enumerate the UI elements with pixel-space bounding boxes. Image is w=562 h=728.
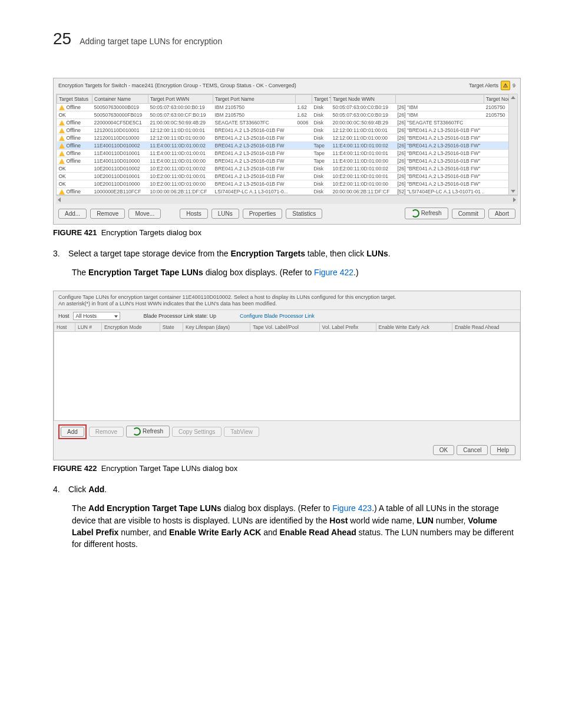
alert-icon[interactable]: ⚠ xyxy=(501,81,510,90)
table-header[interactable]: Target Port WWN xyxy=(148,95,213,104)
page-number: 25 xyxy=(53,29,71,48)
table-row[interactable]: OK500507630000FB01950:05:07:63:00:CF:B0:… xyxy=(57,111,518,119)
table-header[interactable]: Enable Write Early Ack xyxy=(376,322,452,331)
commit-button[interactable]: Commit xyxy=(452,209,485,219)
properties-button[interactable]: Properties xyxy=(243,209,283,219)
figure-422-panel: Configure Tape LUNs for encryption targe… xyxy=(53,291,521,460)
encryption-targets-table[interactable]: Target StatusContainer NameTarget Port W… xyxy=(57,94,518,195)
figure-422-link[interactable]: Figure 422 xyxy=(314,268,353,277)
add-button[interactable]: Add... xyxy=(58,209,87,219)
figure-421-caption: FIGURE 421 Encryption Targets dialog box xyxy=(53,228,521,237)
step-3: 3. Select a target tape storage device f… xyxy=(53,248,521,259)
configure-bp-link[interactable]: Configure Blade Processor Link xyxy=(240,313,315,319)
warning-icon xyxy=(59,159,65,164)
luns-remove-button[interactable]: Remove xyxy=(89,427,124,437)
table-header[interactable]: Container Name xyxy=(92,95,148,104)
abort-button[interactable]: Abort xyxy=(488,209,515,219)
refresh-icon xyxy=(133,427,141,436)
warning-icon xyxy=(59,128,65,133)
table-header[interactable] xyxy=(396,95,484,104)
warning-icon xyxy=(59,151,65,156)
luns-button[interactable]: LUNs xyxy=(211,209,239,219)
host-selector[interactable]: Host All Hosts xyxy=(58,312,120,320)
horizontal-scrollbar[interactable] xyxy=(56,195,518,204)
table-header[interactable]: Key Lifespan (days) xyxy=(183,322,250,331)
host-dropdown[interactable]: All Hosts xyxy=(73,312,120,320)
move-button[interactable]: Move... xyxy=(128,209,161,219)
figure-421-panel: Encryption Targets for Switch - mace241 … xyxy=(53,78,521,225)
table-header[interactable] xyxy=(296,95,312,104)
step-4: 4. Click Add. xyxy=(53,483,521,495)
blade-processor-state: Blade Processor Link state: Up xyxy=(144,313,217,319)
table-header[interactable]: Encryption Mode xyxy=(101,322,160,331)
warning-icon xyxy=(59,136,65,141)
table-row[interactable]: Offline500507630000B01950:05:07:63:00:00… xyxy=(57,104,518,111)
refresh-button[interactable]: Refresh xyxy=(405,207,448,219)
luns-tabview-button[interactable]: TabView xyxy=(224,427,259,437)
luns-table[interactable]: HostLUN #Encryption ModeStateKey Lifespa… xyxy=(54,322,520,332)
alert-count: 9 xyxy=(513,83,515,88)
table-row[interactable]: Offline121200110D01000012:12:00:11:0D:01… xyxy=(57,134,518,142)
figure-422-description: Configure Tape LUNs for encryption targe… xyxy=(54,291,520,309)
ok-button[interactable]: OK xyxy=(433,445,454,455)
encryption-targets-table-wrap: Target StatusContainer NameTarget Port W… xyxy=(56,94,518,195)
table-header[interactable]: LUN # xyxy=(75,322,101,331)
vertical-scrollbar[interactable] xyxy=(508,94,517,195)
figure-422-caption: FIGURE 422 Encryption Target Tape LUNs d… xyxy=(53,464,521,473)
table-row[interactable]: OK10E200110D01000210:E2:00:11:0D:01:00:0… xyxy=(57,165,518,173)
remove-button[interactable]: Remove xyxy=(90,209,125,219)
table-row[interactable]: Offline121200110D01000112:12:00:11:0D:01… xyxy=(57,127,518,134)
table-row[interactable]: Offline11E400110D01000011:E4:00:11:0D:01… xyxy=(57,157,518,165)
help-button[interactable]: Help xyxy=(490,445,515,455)
figure-421-header: Encryption Targets for Switch - mace241 … xyxy=(58,83,296,88)
table-row[interactable]: Offline22000004CF5DE5C121:00:00:0C:50:69… xyxy=(57,119,518,127)
hosts-button[interactable]: Hosts xyxy=(180,209,208,219)
table-header[interactable]: Enable Read Ahead xyxy=(452,322,520,331)
page-header: 25 Adding target tape LUNs for encryptio… xyxy=(53,29,521,48)
table-header[interactable]: Target Port Name xyxy=(213,95,296,104)
cancel-button[interactable]: Cancel xyxy=(457,445,488,455)
figure-421-button-row: Add... Remove Move... Hosts LUNs Propert… xyxy=(54,204,520,224)
add-button-highlight: Add xyxy=(58,424,87,439)
step-4-paragraph: The Add Encryption Target Tape LUNs dial… xyxy=(72,502,521,550)
table-header[interactable]: State xyxy=(160,322,183,331)
target-alerts-label: Target Alerts xyxy=(469,83,498,88)
statistics-button[interactable]: Statistics xyxy=(286,209,322,219)
table-row[interactable]: Offline11E400110D01000211:E4:00:11:0D:01… xyxy=(57,142,518,150)
figure-423-link[interactable]: Figure 423 xyxy=(332,503,372,513)
table-row[interactable]: OK10E200110D01000010:E2:00:11:0D:01:00:0… xyxy=(57,180,518,188)
luns-add-button[interactable]: Add xyxy=(61,427,84,437)
table-header[interactable]: Target Node WWN xyxy=(331,95,396,104)
table-header[interactable]: Vol. Label Prefix xyxy=(319,322,376,331)
page-header-title: Adding target tape LUNs for encryption xyxy=(80,37,222,46)
luns-refresh-button[interactable]: Refresh xyxy=(126,426,170,437)
luns-copy-button[interactable]: Copy Settings xyxy=(172,427,222,437)
table-header[interactable]: Tape Vol. Label/Pool xyxy=(250,322,320,331)
table-row[interactable]: Offline11E400110D01000111:E4:00:11:0D:01… xyxy=(57,150,518,157)
warning-icon xyxy=(59,105,65,110)
luns-table-body-empty xyxy=(54,332,520,421)
table-row[interactable]: Offline1000000E2B110FCF10:00:00:06:2B:11… xyxy=(57,188,518,196)
refresh-icon xyxy=(411,209,419,218)
table-header[interactable]: Target Type xyxy=(312,95,331,104)
table-header[interactable]: Host xyxy=(54,322,75,331)
table-header[interactable]: Target Status xyxy=(57,95,92,104)
step-3-line2: The Encryption Target Tape LUNs dialog b… xyxy=(72,266,521,278)
warning-icon xyxy=(59,120,65,126)
warning-icon xyxy=(59,189,65,195)
warning-icon xyxy=(59,143,65,149)
table-row[interactable]: OK10E200110D01000110:E2:00:11:0D:01:00:0… xyxy=(57,173,518,180)
